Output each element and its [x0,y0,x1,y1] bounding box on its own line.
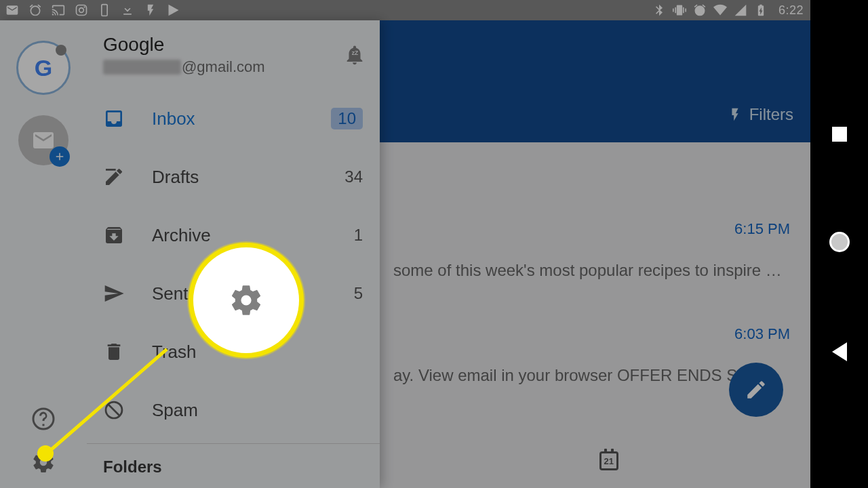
email-snippet: some of this week's most popular recipes… [393,261,787,280]
gear-icon [229,283,264,318]
svg-point-1 [79,8,84,13]
email-time: 6:15 PM [734,220,790,238]
nav-recent-button[interactable] [832,127,847,142]
bolt-icon [144,3,157,17]
redacted-email-prefix [103,60,181,75]
battery-charging-icon [754,3,768,17]
nav-back-button[interactable] [832,342,847,361]
filters-button[interactable]: Filters [728,105,793,124]
folder-count: 34 [344,167,363,186]
folder-label: Inbox [152,108,331,129]
inbox-icon [103,108,125,129]
help-icon[interactable] [31,407,56,431]
folder-label: Spam [152,400,363,421]
vibrate-icon [673,3,686,17]
alarm-status-icon [693,3,707,17]
filters-label: Filters [749,105,793,124]
status-clock: 6:22 [778,3,804,18]
mail-notification-icon [5,3,19,17]
download-icon [121,3,134,17]
signal-icon [734,3,747,17]
folder-spam[interactable]: Spam [87,381,380,439]
folder-count: 1 [354,226,363,245]
drafts-icon [103,166,125,188]
folder-inbox[interactable]: Inbox 10 [87,89,380,148]
google-account-avatar[interactable]: G [16,41,71,95]
account-email: @gmail.com [103,58,265,76]
pencil-icon [745,378,768,401]
navigation-drawer: G Google @gmail.com [0,20,380,488]
folder-drafts[interactable]: Drafts 34 [87,148,380,206]
callout-dot [37,445,54,462]
account-rail: G [0,20,87,488]
phone-outline-icon [98,3,111,17]
device-screen: 6:22 Filters 6:15 PM some of this week's… [0,0,810,488]
email-time: 6:03 PM [734,325,790,343]
add-icon [50,146,70,167]
status-bar: 6:22 [0,0,810,20]
nav-home-button[interactable] [829,232,850,252]
folders-section-label: Folders [87,443,380,483]
svg-point-2 [84,6,85,7]
instagram-icon [75,3,88,17]
trash-icon [103,341,125,363]
svg-text:zZ: zZ [352,49,358,56]
email-snippet: ay. View email in your browser OFFER END… [393,366,787,385]
account-name: Google [103,34,265,56]
bolt-icon [728,107,743,122]
callout-highlight [189,243,304,358]
svg-rect-3 [102,5,107,16]
system-nav-bar [810,0,868,488]
sent-icon [103,283,125,304]
play-check-icon [167,3,180,17]
calendar-icon[interactable]: 21 [599,451,618,470]
snooze-bell-icon[interactable]: zZ [343,43,366,66]
cast-icon [52,3,65,17]
presence-dot-icon [56,45,66,56]
bluetooth-icon [652,3,666,17]
folder-count: 10 [331,108,363,129]
folder-count: 5 [354,284,363,303]
alarm-icon [28,3,42,17]
account-header[interactable]: Google @gmail.com zZ [87,20,380,89]
compose-fab[interactable] [729,363,783,417]
wifi-icon [713,3,727,17]
folder-label: Drafts [152,167,344,188]
archive-icon [103,224,125,246]
add-account-avatar[interactable] [18,115,68,165]
